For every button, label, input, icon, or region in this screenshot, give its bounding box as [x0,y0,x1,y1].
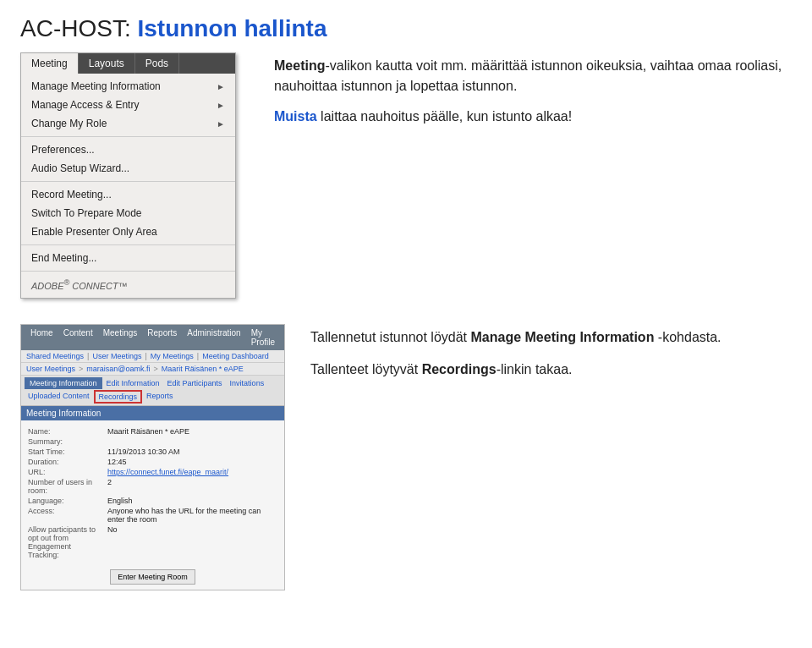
nav-home[interactable]: Home [26,327,58,348]
menu-item-label: Switch To Prepare Mode [31,207,142,219]
ac-screenshot-panel: Home Content Meetings Reports Administra… [20,324,285,590]
ac-info-section: Name: Maarit Räisänen * eAPE Summary: St… [21,424,284,564]
info-value-duration: 12:45 [107,458,277,466]
info-row-summary: Summary: [28,437,277,446]
menu-item-audio-setup[interactable]: Audio Setup Wizard... [21,159,235,178]
top-section: Meeting Layouts Pods Manage Meeting Info… [0,52,812,299]
muista-highlight: Muista [274,109,317,124]
menu-tab-pods[interactable]: Pods [135,53,179,74]
tab-meeting-info[interactable]: Meeting Information [25,377,102,389]
info-row-access: Access: Anyone who has the URL for the m… [28,507,277,524]
menu-section-4: End Meeting... [21,245,235,272]
tab-edit-participants[interactable]: Edit Participants [164,377,226,389]
bc-name[interactable]: Maarit Räisänen * eAPE [162,365,244,373]
page-title: AC-HOST: Istunnon hallinta [20,15,792,42]
info-label: URL: [28,468,104,476]
menu-tab-layouts[interactable]: Layouts [79,53,135,74]
ac-nav-bar: Home Content Meetings Reports Administra… [21,325,284,350]
menu-tab-meeting[interactable]: Meeting [21,53,79,74]
enter-meeting-btn[interactable]: Enter Meeting Room [110,569,195,585]
menu-item-end-meeting[interactable]: End Meeting... [21,249,235,267]
info-value-lang: English [107,497,277,505]
recordings-bold: Recordings [422,362,497,376]
menu-tabs: Meeting Layouts Pods [21,53,235,74]
ac-tabs: Meeting Information Edit Information Edi… [21,376,284,406]
menu-item-manage-access[interactable]: Manage Access & Entry ► [21,96,235,114]
meeting-menu: Meeting Layouts Pods Manage Meeting Info… [20,52,236,299]
info-label: Name: [28,427,104,436]
info-row-tracking: Allow participants to opt out from Engag… [28,525,277,559]
menu-section-3: Record Meeting... Switch To Prepare Mode… [21,182,235,245]
arrow-icon: ► [217,119,225,129]
meeting-bold: Meeting [274,58,325,73]
menu-item-prepare[interactable]: Switch To Prepare Mode [21,204,235,222]
right-panel-bottom: Tallennetut istunnot löydät Manage Meeti… [310,324,792,590]
info-value-url[interactable]: https://connect.funet.fi/eape_maarit/ [107,468,277,476]
tab-edit-info[interactable]: Edit Information [103,377,163,389]
top-text-1: Meeting-valikon kautta voit mm. määrittä… [274,56,792,96]
tab-recordings[interactable]: Recordings [94,390,143,404]
tab-invitations[interactable]: Invitations [227,377,268,389]
bc-user[interactable]: User Meetings [92,352,141,360]
nav-reports[interactable]: Reports [143,327,181,348]
menu-item-manage-meeting[interactable]: Manage Meeting Information ► [21,77,235,96]
manage-meeting-bold: Manage Meeting Information [471,330,655,344]
tab-uploaded[interactable]: Uploaded Content [25,390,93,404]
ac-breadcrumb-2: User Meetings > maraisan@oamk.fi > Maari… [21,363,284,376]
menu-item-label: Manage Meeting Information [31,80,161,92]
info-label: Allow participants to opt out from Engag… [28,525,104,559]
menu-item-record[interactable]: Record Meeting... [21,185,235,204]
info-label: Number of users in room: [28,478,104,495]
info-value-access: Anyone who has the URL for the meeting c… [107,507,277,524]
info-row-start: Start Time: 11/19/2013 10:30 AM [28,448,277,456]
nav-admin[interactable]: Administration [183,327,244,348]
menu-section-1: Manage Meeting Information ► Manage Acce… [21,74,235,137]
arrow-icon: ► [217,82,225,91]
ac-section-title: Meeting Information [21,406,284,420]
bc-my[interactable]: My Meetings [151,352,194,360]
ac-breadcrumb-1: Shared Meetings | User Meetings | My Mee… [21,350,284,363]
info-label: Access: [28,507,104,524]
info-row-name: Name: Maarit Räisänen * eAPE [28,427,277,436]
menu-item-change-role[interactable]: Change My Role ► [21,114,235,133]
info-value-name: Maarit Räisänen * eAPE [107,427,277,436]
bc-dashboard[interactable]: Meeting Dashboard [202,352,269,360]
nav-meetings[interactable]: Meetings [99,327,142,348]
menu-item-label: Enable Presenter Only Area [31,226,157,238]
info-label: Duration: [28,458,104,466]
info-value-start: 11/19/2013 10:30 AM [107,448,277,456]
bc-email[interactable]: maraisan@oamk.fi [86,365,150,373]
bottom-section: Home Content Meetings Reports Administra… [0,307,812,607]
menu-item-preferences[interactable]: Preferences... [21,140,235,159]
menu-item-presenter-area[interactable]: Enable Presenter Only Area [21,222,235,241]
right-panel-top: Meeting-valikon kautta voit mm. määrittä… [274,52,792,299]
menu-section-2: Preferences... Audio Setup Wizard... [21,137,235,182]
left-panel-menu: Meeting Layouts Pods Manage Meeting Info… [20,52,249,299]
page-header: AC-HOST: Istunnon hallinta [0,0,812,52]
nav-profile[interactable]: My Profile [247,327,279,348]
info-label: Summary: [28,437,104,446]
info-row-url: URL: https://connect.funet.fi/eape_maari… [28,468,277,476]
bc-user-meetings[interactable]: User Meetings [26,365,75,373]
tab-reports[interactable]: Reports [143,390,177,404]
info-value-tracking: No [107,525,277,559]
info-row-users: Number of users in room: 2 [28,478,277,495]
menu-item-label: End Meeting... [31,252,96,264]
info-value-users: 2 [107,478,277,495]
adobe-logo: ADOBE® CONNECT™ [21,272,235,298]
nav-content[interactable]: Content [59,327,97,348]
bc-shared[interactable]: Shared Meetings [26,352,84,360]
menu-item-label: Manage Access & Entry [31,99,139,111]
title-prefix: AC-HOST: [20,15,137,41]
arrow-icon: ► [217,101,225,110]
ac-screenshot: Home Content Meetings Reports Administra… [20,324,285,590]
info-row-lang: Language: English [28,497,277,505]
info-label: Language: [28,497,104,505]
menu-item-label: Audio Setup Wizard... [31,162,129,174]
info-value-summary [107,437,277,446]
title-highlight: Istunnon hallinta [137,15,326,41]
info-row-duration: Duration: 12:45 [28,458,277,466]
bottom-text-2: Tallenteet löytyvät Recordings-linkin ta… [310,360,792,380]
muista-text: Muista laittaa nauhoitus päälle, kun ist… [274,107,792,127]
menu-item-label: Preferences... [31,144,95,156]
